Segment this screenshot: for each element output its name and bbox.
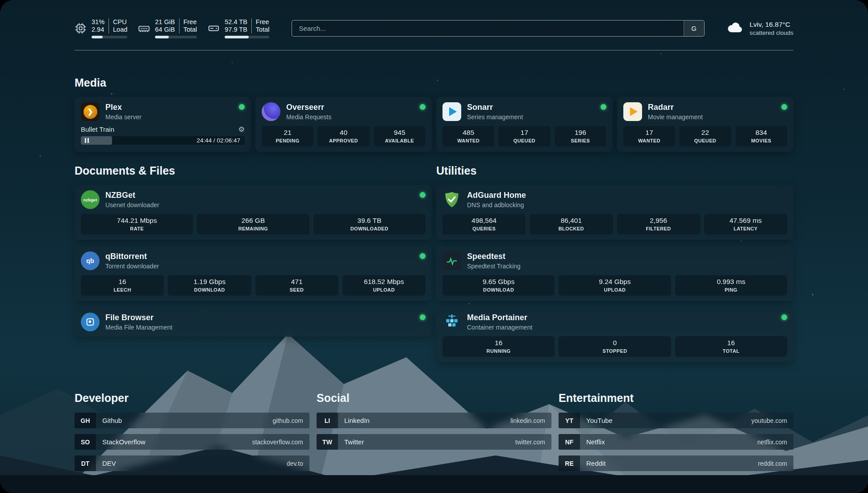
disk-icon: [208, 22, 220, 34]
bookmark-dev[interactable]: DT DEV dev.to: [75, 455, 309, 471]
top-bar: 31% CPU 2.94 Load: [75, 0, 793, 40]
stat-leech: 16LEECH: [81, 275, 164, 296]
app-subtitle: Movie management: [648, 113, 703, 121]
overseerr-icon: [262, 102, 280, 121]
radarr-icon: [623, 102, 642, 121]
stat-wanted: 17WANTED: [623, 126, 675, 146]
stat-rate: 744.21 MbpsRATE: [81, 214, 193, 234]
stackoverflow-icon: SO: [75, 434, 96, 450]
app-subtitle: Torrent downloader: [105, 263, 159, 270]
stat-running: 16RUNNING: [442, 336, 555, 357]
netflix-icon: NF: [559, 434, 580, 450]
weather-widget[interactable]: Lviv, 16.87°C scattered clouds: [726, 21, 793, 36]
app-subtitle: Speedtest Tracking: [467, 263, 521, 270]
app-name: NZBGet: [105, 191, 159, 200]
dev-icon: DT: [75, 455, 96, 471]
app-subtitle: DNS and adblocking: [467, 201, 526, 209]
header-divider: [75, 50, 793, 50]
stat-filtered: 2,956FILTERED: [617, 214, 700, 234]
app-subtitle: Series management: [467, 113, 523, 121]
memory-free: 21 GiB: [155, 18, 179, 26]
section-title-developer: Developer: [75, 392, 309, 405]
app-card-filebrowser[interactable]: File Browser Media File Management: [75, 307, 432, 337]
status-dot: [420, 253, 426, 259]
bookmark-url: linkedin.com: [510, 417, 551, 424]
app-subtitle: Media server: [105, 113, 142, 121]
stat-latency: 47.569 msLATENCY: [704, 214, 787, 234]
status-dot: [781, 104, 787, 110]
section-title-documents: Documents & Files: [75, 164, 432, 177]
cpu-load-label: Load: [108, 26, 127, 33]
bookmark-reddit[interactable]: RE Reddit reddit.com: [559, 455, 793, 471]
app-subtitle: Usenet downloader: [105, 201, 159, 209]
github-icon: GH: [75, 413, 96, 428]
disk-free: 52.4 TB: [225, 18, 251, 26]
gear-icon[interactable]: ⚙: [238, 126, 245, 133]
memory-total-label: Total: [179, 26, 197, 33]
youtube-icon: YT: [559, 413, 580, 428]
app-name: Speedtest: [467, 252, 521, 261]
disk-total-label: Total: [251, 26, 270, 33]
search-input[interactable]: [292, 21, 683, 36]
bookmark-linkedin[interactable]: LI LinkedIn linkedin.com: [317, 413, 551, 428]
disk-progress-track: [225, 36, 269, 38]
app-card-overseerr[interactable]: Overseerr Media Requests 21PENDING 40APP…: [255, 97, 432, 152]
plex-icon: ❯: [81, 102, 100, 121]
bookmark-group-entertainment: Entertainment YT YouTube youtube.com NF …: [559, 392, 793, 471]
weather-location: Lviv, 16.87°C: [750, 21, 793, 29]
section-title-entertainment: Entertainment: [559, 392, 793, 405]
app-card-portainer[interactable]: Media Portainer Container management 16R…: [436, 307, 793, 362]
stat-total: 16TOTAL: [675, 336, 787, 357]
bookmark-youtube[interactable]: YT YouTube youtube.com: [559, 413, 793, 428]
playback-progress-bar[interactable]: 24:44 / 02:06:47: [81, 136, 245, 145]
app-card-radarr[interactable]: Radarr Movie management 17WANTED 22QUEUE…: [617, 97, 793, 152]
filebrowser-icon: [81, 313, 100, 331]
stat-queued: 17QUEUED: [498, 126, 550, 146]
memory-total: 64 GiB: [155, 26, 179, 33]
search-bar: G: [292, 20, 704, 37]
bookmark-url: reddit.com: [758, 460, 793, 467]
reddit-icon: RE: [559, 455, 580, 471]
bookmark-name: StackOverflow: [96, 438, 146, 446]
stat-pending: 21PENDING: [262, 126, 313, 146]
speedtest-icon: [442, 251, 461, 270]
stat-download: 9.65 GbpsDOWNLOAD: [442, 275, 555, 296]
cpu-label: CPU: [108, 18, 127, 26]
cpu-icon: [75, 22, 87, 34]
app-name: Radarr: [648, 103, 703, 112]
app-card-adguard[interactable]: AdGuard Home DNS and adblocking 498,564Q…: [436, 185, 793, 240]
app-card-nzbget[interactable]: nzbget NZBGet Usenet downloader 744.21 M…: [75, 185, 432, 240]
status-dot: [781, 314, 787, 320]
dashboard-window: 31% CPU 2.94 Load: [0, 0, 868, 493]
app-name: Sonarr: [467, 103, 523, 112]
section-utilities: Utilities: [436, 164, 793, 362]
bookmark-name: LinkedIn: [338, 417, 370, 424]
section-documents: Documents & Files nzbget NZBGet Usenet d…: [75, 164, 432, 362]
stat-stopped: 0STOPPED: [559, 336, 671, 357]
pause-icon[interactable]: [85, 138, 89, 143]
stat-upload: 9.24 GbpsUPLOAD: [559, 275, 671, 296]
memory-stat: 21 GiB Free 64 GiB Total: [138, 18, 197, 38]
memory-free-label: Free: [179, 18, 197, 26]
bookmark-netflix[interactable]: NF Netflix netflix.com: [559, 434, 793, 450]
bookmark-github[interactable]: GH Github github.com: [75, 413, 309, 428]
bookmark-twitter[interactable]: TW Twitter twitter.com: [317, 434, 551, 450]
adguard-icon: [442, 190, 461, 209]
app-name: qBittorrent: [105, 252, 159, 261]
stat-download: 1.19 GbpsDOWNLOAD: [168, 275, 251, 296]
cloud-icon: [726, 21, 744, 36]
bookmark-stackoverflow[interactable]: SO StackOverflow stackoverflow.com: [75, 434, 309, 450]
stat-ping: 0.993 msPING: [675, 275, 787, 296]
bookmark-name: Netflix: [580, 438, 605, 446]
app-card-speedtest[interactable]: Speedtest Speedtest Tracking 9.65 GbpsDO…: [436, 246, 793, 301]
app-subtitle: Container management: [467, 324, 532, 331]
bookmark-name: Github: [96, 417, 122, 424]
app-card-qbittorrent[interactable]: qb qBittorrent Torrent downloader 16LEEC…: [75, 246, 432, 301]
status-dot: [420, 104, 426, 110]
app-card-sonarr[interactable]: Sonarr Series management 485WANTED 17QUE…: [436, 97, 613, 152]
search-engine-button[interactable]: G: [684, 21, 704, 36]
app-card-plex[interactable]: ❯ Plex Media server Bullet Train ⚙: [75, 97, 251, 152]
app-subtitle: Media File Management: [105, 324, 172, 331]
cpu-progress-fill: [92, 36, 103, 38]
stat-downloaded: 39.6 TBDOWNLOADED: [313, 214, 426, 234]
